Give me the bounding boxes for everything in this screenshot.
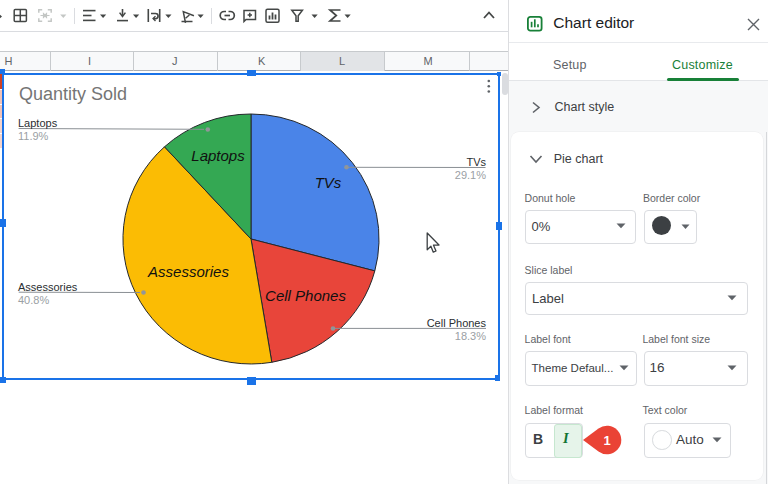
svg-text:1: 1 bbox=[603, 433, 610, 448]
